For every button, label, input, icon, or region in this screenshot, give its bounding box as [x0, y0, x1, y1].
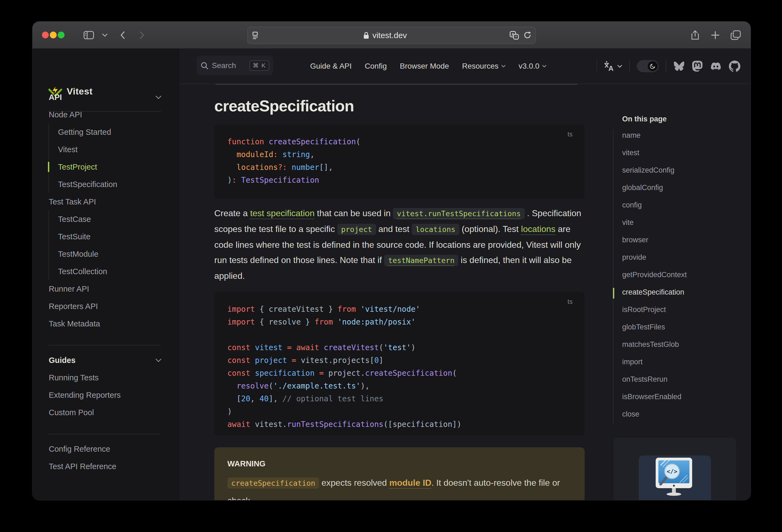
sidebar-item-runner-api[interactable]: Runner API [32, 280, 179, 297]
moon-icon [648, 61, 657, 71]
code-language-badge: ts [567, 131, 573, 138]
translate-icon: A [604, 61, 614, 72]
sidebar-nav-list: APINode APIGetting StartedVitestTestProj… [32, 88, 179, 475]
toc-item-vite[interactable]: vite [613, 214, 744, 231]
toc-item-ontestsrerun[interactable]: onTestsRerun [613, 370, 744, 388]
translate-icon[interactable]: A* [510, 31, 519, 40]
search-button[interactable]: Search ⌘ K [197, 56, 273, 75]
toc-item-getprovidedcontext[interactable]: getProvidedContext [613, 266, 744, 283]
nav-link-resources[interactable]: Resources [462, 62, 506, 71]
toc-item-provide[interactable]: provide [613, 249, 744, 266]
sidebar-item-extending-reporters[interactable]: Extending Reporters [32, 386, 179, 404]
toc-item-isrootproject[interactable]: isRootProject [613, 301, 744, 318]
chevron-down-icon [155, 96, 162, 99]
sidebar-chevron-down-icon[interactable] [102, 22, 108, 49]
sidebar-item-config-reference[interactable]: Config Reference [32, 440, 179, 458]
inline-link[interactable]: module ID [389, 478, 432, 488]
toc-item-isbrowserenabled[interactable]: isBrowserEnabled [613, 388, 744, 405]
code-lines: import { createVitest } from 'vitest/nod… [214, 292, 584, 431]
github-icon[interactable] [729, 61, 740, 72]
sidebar-item-test-api-reference[interactable]: Test API Reference [32, 458, 179, 475]
toc-item-createspecification[interactable]: createSpecification [613, 283, 744, 301]
toc-item-matchestestglob[interactable]: matchesTestGlob [613, 336, 744, 353]
mastodon-icon[interactable] [692, 61, 703, 72]
toc-item-config[interactable]: config [613, 196, 744, 214]
navbar-separator [629, 60, 630, 73]
search-label: Search [212, 61, 236, 70]
minimize-window-button[interactable] [50, 32, 57, 38]
toc-list: namevitestserializedConfigglobalConfigco… [613, 127, 744, 423]
inline-code-link[interactable]: vitest.runTestSpecifications [393, 208, 525, 219]
sponsor-box[interactable]: </> [613, 437, 736, 500]
share-icon[interactable] [691, 22, 699, 49]
nav-link-guide-api[interactable]: Guide & API [310, 62, 352, 71]
code-block-example[interactable]: ts import { createVitest } from 'vitest/… [214, 292, 584, 435]
inline-code: project [337, 224, 376, 235]
toc-item-import[interactable]: import [613, 353, 744, 370]
sidebar-item-guides[interactable]: Guides [32, 352, 179, 369]
sidebar-item-testproject[interactable]: TestProject [32, 158, 179, 176]
tabs-overview-icon[interactable] [731, 22, 741, 49]
theme-toggle[interactable] [637, 60, 659, 72]
language-menu[interactable]: A [604, 61, 622, 72]
sidebar-item-testspecification[interactable]: TestSpecification [32, 176, 179, 193]
sidebar-item-task-metadata[interactable]: Task Metadata [32, 315, 179, 332]
search-shortcut-badge: ⌘ K [249, 61, 269, 71]
page-title: createSpecification [214, 97, 354, 115]
sidebar-item-getting-started[interactable]: Getting Started [32, 123, 179, 141]
new-tab-icon[interactable] [711, 22, 720, 49]
sidebar-item-vitest[interactable]: Vitest [32, 141, 179, 158]
sidebar-item-api[interactable]: API [32, 88, 179, 106]
sidebar-item-testsuite[interactable]: TestSuite [32, 228, 179, 245]
back-button[interactable] [120, 22, 125, 49]
toc-item-browser[interactable]: browser [613, 231, 744, 249]
bluesky-icon[interactable] [673, 61, 685, 71]
lock-icon [363, 32, 369, 39]
svg-text:*: * [516, 35, 517, 39]
sidebar-item-testcase[interactable]: TestCase [32, 210, 179, 228]
toc-title: On this page [613, 111, 744, 127]
svg-text:A: A [609, 64, 614, 72]
nav-link-config[interactable]: Config [365, 62, 387, 71]
close-window-button[interactable] [42, 32, 49, 38]
sidebar-item-testcollection[interactable]: TestCollection [32, 263, 179, 280]
navbar-extras: A [597, 49, 740, 83]
sidebar-item-custom-pool[interactable]: Custom Pool [32, 404, 179, 421]
discord-icon[interactable] [710, 61, 722, 71]
sidebar-item-reporters-api[interactable]: Reporters API [32, 297, 179, 315]
inline-link[interactable]: locations [521, 224, 556, 234]
sidebar-item-test-task-api[interactable]: Test Task API [32, 193, 179, 210]
navbar-separator [597, 60, 597, 73]
sidebar-item-testmodule[interactable]: TestModule [32, 245, 179, 263]
sidebar-item-running-tests[interactable]: Running Tests [32, 369, 179, 386]
toc-active-indicator [613, 288, 614, 299]
browser-window: vitest.dev A* [32, 21, 751, 500]
sidebar-divider [48, 345, 161, 346]
description-paragraph: Create a test specification that can be … [214, 206, 585, 283]
toc-item-serializedconfig[interactable]: serializedConfig [613, 162, 744, 179]
toc-item-globtestfiles[interactable]: globTestFiles [613, 318, 744, 336]
nav-link-browser-mode[interactable]: Browser Mode [400, 62, 449, 71]
code-language-badge: ts [567, 298, 573, 306]
browser-titlebar: vitest.dev A* [32, 22, 751, 49]
sidebar-item-node-api[interactable]: Node API [32, 106, 179, 123]
reader-mode-icon[interactable] [252, 31, 260, 39]
forward-button[interactable] [140, 22, 145, 49]
inline-link[interactable]: test specification [250, 208, 315, 218]
toc-item-close[interactable]: close [613, 405, 744, 423]
nav-link-v3-0-0[interactable]: v3.0.0 [519, 62, 546, 71]
code-block-signature[interactable]: ts function createSpecification( moduleI… [214, 125, 584, 199]
toc-item-vitest[interactable]: vitest [613, 144, 744, 162]
chevron-down-icon [542, 65, 546, 68]
url-text: vitest.dev [372, 31, 407, 40]
toc-item-globalconfig[interactable]: globalConfig [613, 179, 744, 196]
address-bar[interactable]: vitest.dev A* [247, 27, 536, 44]
zoom-window-button[interactable] [58, 32, 65, 38]
sidebar-toggle-icon[interactable] [83, 22, 94, 49]
content-top-divider [215, 84, 577, 85]
svg-text:</>: </> [667, 468, 677, 475]
chevron-down-icon [155, 359, 162, 362]
inline-code-link[interactable]: testNamePattern [384, 255, 458, 266]
reload-icon[interactable] [523, 31, 532, 40]
toc-item-name[interactable]: name [613, 127, 744, 144]
